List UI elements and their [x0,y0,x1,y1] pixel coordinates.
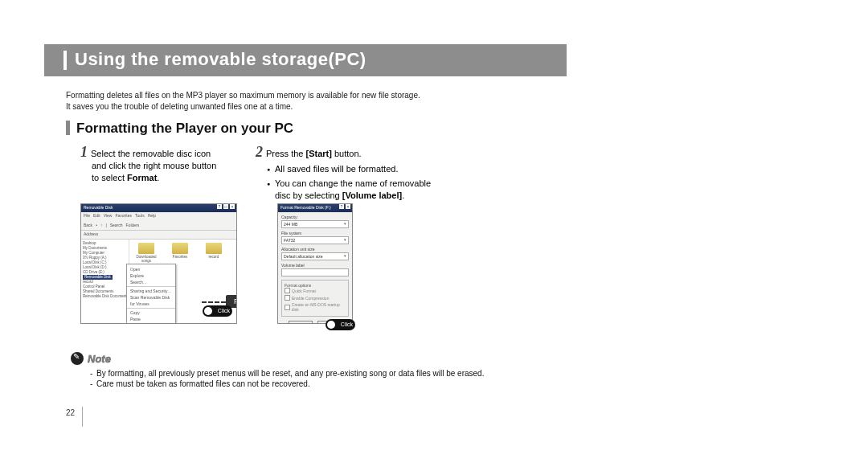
toolbar-fwd: • [96,223,97,227]
explorer-title: Removable Disk [84,205,113,211]
step-2-bold: [Start] [306,149,332,158]
folder-item: record [200,243,227,263]
alloc-label: Allocation unit size [281,247,349,252]
step-2-bullet-2: You can change the name of removable dis… [267,178,497,202]
alloc-dropdown: Default allocation size [281,252,349,260]
volume-label-input [281,268,349,276]
format-title: Format Removable Disk (F:) [280,205,331,211]
menu-favorites: Favorites [115,213,132,219]
capacity-label: Capacity: [281,215,349,219]
menu-edit: Edit [93,213,100,219]
step-1-line2: and click the right mouse button [92,160,216,172]
step-2-bullet-2-suffix: . [402,190,404,200]
menu-tools: Tools [135,213,145,219]
explorer-menubar: File Edit View Favorites Tools Help [81,212,236,220]
note-item-2: Care must be taken as formatted files ca… [90,379,489,389]
ctx-explore: Explore [127,272,175,279]
manual-page: Using the removable storage(PC) Formatti… [0,0,868,471]
explorer-tree: Desktop My Documents My Computer 3½ Flop… [81,240,129,324]
step-2: 2Press the [Start] button. All saved fil… [256,146,497,204]
ctx-paste: Paste [127,316,175,322]
step-2-bullet-1: All saved files will be formatted. [267,163,497,175]
filesystem-label: File system [281,231,349,236]
toolbar-back: Back [84,223,92,227]
note-item-1: By formatting, all previously preset men… [90,368,489,379]
step-2-bullet-2b: disc by selecting [275,190,342,200]
click-badge-1: Click [203,305,232,317]
intro-line-2: It saves you the trouble of deleting unw… [66,101,484,113]
context-menu: Open Explore Search… Sharing and Securit… [126,264,176,324]
step-1-number: 1 [80,144,88,160]
toolbar-up: ↑ [100,223,103,227]
click-badge-2: Click [326,319,355,330]
filesystem-dropdown: FAT32 [281,236,349,244]
folder-icon [172,243,188,254]
explorer-titlebar: Removable Disk ?□× [81,204,236,212]
start-button: Start [289,321,313,324]
step-2-number: 2 [256,144,263,160]
step-2-line1b: button. [332,149,362,158]
format-dialog-screenshot: Format Removable Disk (F:) ?× Capacity: … [277,203,353,324]
ctx-open: Open [127,266,175,272]
toolbar-search: Search [110,223,123,227]
step-2-line1a: Press the [266,149,306,158]
step-2-bullet-2a: You can change the name of removable [275,178,431,188]
step-2-bullet-2-bold: [Volume label] [342,190,402,200]
explorer-window-controls: ?□× [217,204,235,209]
page-header: Using the removable storage(PC) [44,44,567,76]
menu-help: Help [148,213,156,219]
format-titlebar: Format Removable Disk (F:) ?× [278,204,352,212]
chk-quick-format: Quick Format [292,289,316,293]
address-label: Address [84,231,98,236]
note-section: Note By formatting, all previously prese… [71,352,489,389]
intro-text: Formatting deletes all files on the MP3 … [66,90,484,113]
chk-msdos: Create an MS-DOS startup disk [292,302,346,312]
section-subheading: Formatting the Player on your PC [66,121,293,137]
explorer-addressbar: Address [81,231,236,240]
ctx-sharing: Sharing and Security… [127,288,175,294]
step-1-line1: Select the removable disc icon [91,149,211,158]
pencil-icon [71,352,84,365]
tree-item: Removable Disk Documents [83,294,127,299]
ctx-search: Search… [127,279,175,285]
menu-file: File [84,213,90,219]
page-title: Using the removable storage(PC) [75,49,366,70]
folder-item: Favorites [166,243,194,263]
folder-icon [206,243,222,254]
step-1-bold: Format [127,173,157,182]
chk-compression: Enable Compression [292,296,329,301]
step-1-suffix: . [157,173,159,182]
toolbar-folders: Folders [126,223,140,227]
explorer-toolbar: Back • ↑ | Search Folders [81,220,236,231]
step-1-line3a: to select [92,173,127,182]
volume-label-label: Volume label [281,263,349,268]
format-window-controls: ?× [339,204,350,209]
step-1: 1Select the removable disc icon and clic… [80,146,257,184]
format-options-group: Format options Quick Format Enable Compr… [281,280,349,317]
folder-icon [138,243,154,254]
capacity-dropdown: 244 MB [281,220,349,228]
intro-line-1: Formatting deletes all files on the MP3 … [66,90,484,101]
ctx-scan: Scan Removable Disk for Viruses [127,294,175,307]
page-number: 22 [66,408,75,417]
note-badge: Note [71,352,111,365]
ctx-copy: Copy [127,309,175,316]
note-heading: Note [88,353,111,365]
menu-view: View [104,213,113,219]
folder-item: Downloaded songs [133,243,160,263]
